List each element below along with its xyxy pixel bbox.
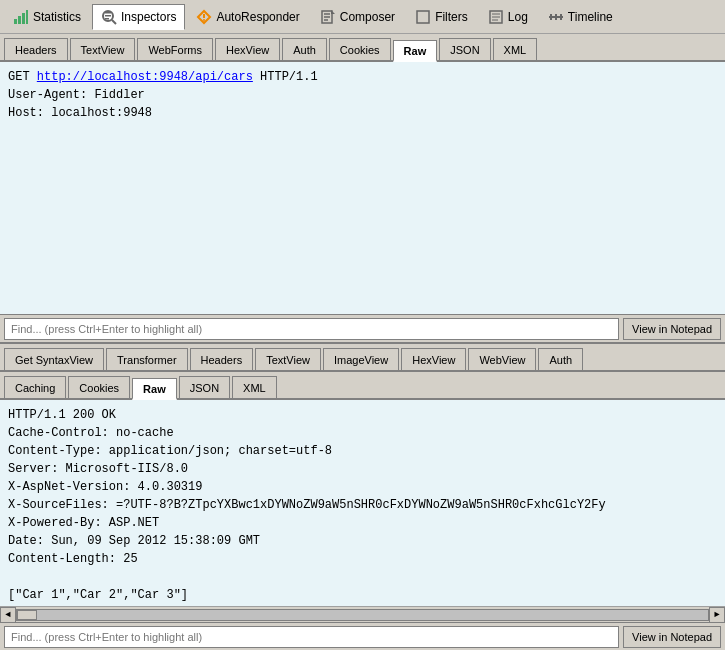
response-view-notepad-button[interactable]: View in Notepad	[623, 626, 721, 648]
req-tab-hexview[interactable]: HexView	[215, 38, 280, 60]
toolbar-inspectors[interactable]: Inspectors	[92, 4, 185, 30]
request-url[interactable]: http://localhost:9948/api/cars	[37, 70, 253, 84]
resp-tab-hexview[interactable]: HexView	[401, 348, 466, 370]
request-find-bar: View in Notepad	[0, 314, 725, 342]
toolbar-autoresponder[interactable]: AutoResponder	[187, 4, 308, 30]
svg-rect-6	[105, 12, 111, 14]
resp-tab-headers[interactable]: Headers	[190, 348, 254, 370]
inspectors-label: Inspectors	[121, 10, 176, 24]
toolbar-composer[interactable]: Composer	[311, 4, 404, 30]
svg-rect-8	[105, 18, 109, 20]
resp-tab-auth[interactable]: Auth	[538, 348, 583, 370]
top-toolbar: Statistics Inspectors AutoResponder Comp…	[0, 0, 725, 34]
resp-tab-raw[interactable]: Raw	[132, 378, 177, 400]
resp-tab-webview[interactable]: WebView	[468, 348, 536, 370]
svg-point-11	[203, 19, 205, 21]
log-icon	[488, 9, 504, 25]
response-find-input[interactable]	[4, 626, 619, 648]
main-container: Headers TextView WebForms HexView Auth C…	[0, 34, 725, 650]
resp-tab-json[interactable]: JSON	[179, 376, 230, 398]
inspectors-icon	[101, 9, 117, 25]
autoresponder-icon	[196, 9, 212, 25]
autoresponder-label: AutoResponder	[216, 10, 299, 24]
req-tab-textview[interactable]: TextView	[70, 38, 136, 60]
svg-rect-3	[26, 10, 28, 24]
request-find-input[interactable]	[4, 318, 619, 340]
resp-tab-textview[interactable]: TextView	[255, 348, 321, 370]
toolbar-statistics[interactable]: Statistics	[4, 4, 90, 30]
response-tab-bar-2: Caching Cookies Raw JSON XML	[0, 372, 725, 400]
toolbar-log[interactable]: Log	[479, 4, 537, 30]
response-scrollbar: ◄ ►	[0, 606, 725, 622]
request-view-notepad-button[interactable]: View in Notepad	[623, 318, 721, 340]
request-tab-bar: Headers TextView WebForms HexView Auth C…	[0, 34, 725, 62]
request-section: Headers TextView WebForms HexView Auth C…	[0, 34, 725, 344]
svg-rect-7	[105, 15, 111, 17]
svg-rect-1	[18, 16, 21, 24]
response-tab-bar-1: Get SyntaxView Transformer Headers TextV…	[0, 344, 725, 372]
req-tab-webforms[interactable]: WebForms	[137, 38, 213, 60]
scrollbar-thumb[interactable]	[17, 610, 37, 620]
resp-tab-cookies[interactable]: Cookies	[68, 376, 130, 398]
filters-icon	[415, 9, 431, 25]
resp-tab-xml[interactable]: XML	[232, 376, 277, 398]
req-tab-auth[interactable]: Auth	[282, 38, 327, 60]
svg-rect-2	[22, 13, 25, 24]
request-content-area: GET http://localhost:9948/api/cars HTTP/…	[0, 62, 725, 314]
statistics-icon	[13, 9, 29, 25]
scrollbar-track	[16, 609, 709, 621]
req-tab-json[interactable]: JSON	[439, 38, 490, 60]
toolbar-filters[interactable]: Filters	[406, 4, 477, 30]
svg-line-5	[112, 20, 116, 24]
statistics-label: Statistics	[33, 10, 81, 24]
composer-icon	[320, 9, 336, 25]
request-content-text: GET http://localhost:9948/api/cars HTTP/…	[0, 62, 725, 314]
toolbar-timeline[interactable]: Timeline	[539, 4, 622, 30]
resp-tab-getsyntaxview[interactable]: Get SyntaxView	[4, 348, 104, 370]
response-content-area: HTTP/1.1 200 OK Cache-Control: no-cache …	[0, 400, 725, 606]
resp-tab-imageview[interactable]: ImageView	[323, 348, 399, 370]
scroll-left-button[interactable]: ◄	[0, 607, 16, 623]
svg-rect-16	[417, 11, 429, 23]
svg-rect-0	[14, 19, 17, 24]
req-tab-xml[interactable]: XML	[493, 38, 538, 60]
resp-tab-caching[interactable]: Caching	[4, 376, 66, 398]
log-label: Log	[508, 10, 528, 24]
req-tab-raw[interactable]: Raw	[393, 40, 438, 62]
scroll-right-button[interactable]: ►	[709, 607, 725, 623]
response-section: Get SyntaxView Transformer Headers TextV…	[0, 344, 725, 650]
composer-label: Composer	[340, 10, 395, 24]
req-tab-headers[interactable]: Headers	[4, 38, 68, 60]
response-content-text: HTTP/1.1 200 OK Cache-Control: no-cache …	[0, 400, 725, 606]
request-method: GET	[8, 70, 37, 84]
timeline-label: Timeline	[568, 10, 613, 24]
resp-tab-transformer[interactable]: Transformer	[106, 348, 188, 370]
timeline-icon	[548, 9, 564, 25]
filters-label: Filters	[435, 10, 468, 24]
req-tab-cookies[interactable]: Cookies	[329, 38, 391, 60]
response-find-bar: View in Notepad	[0, 622, 725, 650]
